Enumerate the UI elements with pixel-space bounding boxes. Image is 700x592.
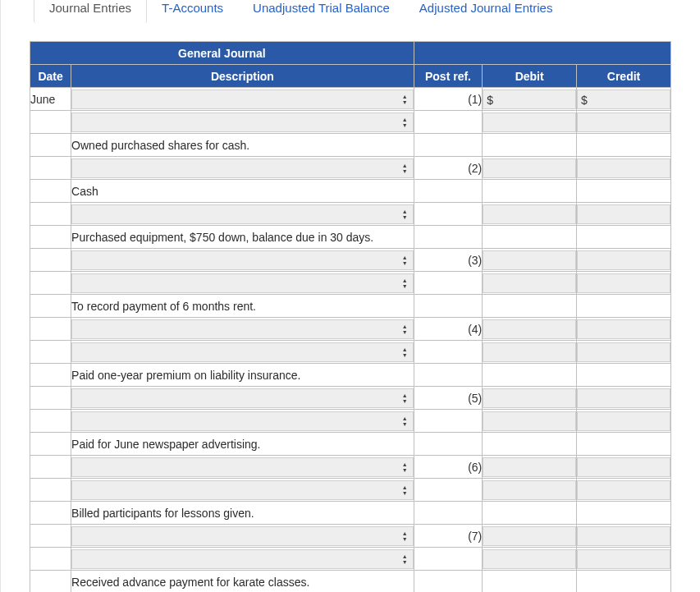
credit-cell: [577, 410, 671, 433]
debit-input[interactable]: [483, 342, 576, 362]
credit-input[interactable]: [577, 273, 670, 293]
account-select[interactable]: ▲ ▼: [71, 89, 414, 109]
account-select[interactable]: ▲ ▼: [71, 112, 414, 132]
account-select[interactable]: ▲ ▼: [71, 411, 414, 431]
tab-journal-entries[interactable]: Journal Entries: [34, 0, 147, 23]
account-select[interactable]: ▲ ▼: [71, 204, 414, 224]
description-cell: ▲ ▼: [71, 341, 414, 364]
debit-blank: [483, 365, 576, 385]
credit-blank: [577, 434, 670, 454]
debit-blank: [483, 135, 576, 155]
debit-cell: [483, 272, 577, 295]
postref-cell: [414, 502, 483, 525]
account-select[interactable]: ▲ ▼: [71, 273, 414, 293]
credit-blank: [577, 296, 670, 316]
description-cell: ▲ ▼: [71, 318, 414, 341]
credit-cell: [577, 387, 671, 410]
debit-cell: [483, 525, 577, 548]
credit-input[interactable]: [577, 250, 670, 270]
postref-cell: [414, 571, 483, 593]
debit-input[interactable]: [483, 273, 576, 293]
postref-cell: (5): [414, 387, 483, 410]
credit-cell: [577, 571, 671, 593]
credit-input[interactable]: [577, 526, 670, 546]
credit-input[interactable]: [577, 342, 670, 362]
date-cell: [30, 203, 71, 226]
table-row: June▲ ▼(1)$$: [30, 88, 671, 111]
tab-t-accounts[interactable]: T-Accounts: [147, 0, 238, 23]
col-postref: Post ref.: [414, 65, 483, 88]
account-select[interactable]: ▲ ▼: [71, 342, 414, 362]
debit-input[interactable]: [483, 526, 576, 546]
credit-input[interactable]: [577, 319, 670, 339]
account-select[interactable]: ▲ ▼: [71, 457, 414, 477]
debit-input[interactable]: [483, 457, 576, 477]
account-select[interactable]: ▲ ▼: [71, 158, 414, 178]
credit-input[interactable]: [577, 457, 670, 477]
debit-cell: [483, 502, 577, 525]
description-cell: Owned purchased shares for cash.: [71, 134, 414, 157]
postref-cell: (3): [414, 249, 483, 272]
table-row: Received advance payment for karate clas…: [30, 571, 671, 593]
debit-input[interactable]: [483, 319, 576, 339]
table-row: ▲ ▼(2): [30, 157, 671, 180]
debit-cell: [483, 433, 577, 456]
account-select[interactable]: ▲ ▼: [71, 480, 414, 500]
debit-cell: [483, 548, 577, 571]
account-select[interactable]: ▲ ▼: [71, 319, 414, 339]
debit-input[interactable]: [483, 158, 576, 178]
updown-caret-icon: ▲ ▼: [402, 117, 408, 128]
account-select[interactable]: ▲ ▼: [71, 388, 414, 408]
credit-blank: [577, 503, 670, 523]
description-cell: ▲ ▼: [71, 111, 414, 134]
debit-input[interactable]: [483, 388, 576, 408]
description-cell: ▲ ▼: [71, 525, 414, 548]
postref-cell: [414, 410, 483, 433]
debit-blank: [483, 572, 576, 592]
description-cell: Received advance payment for karate clas…: [71, 571, 414, 593]
date-cell: [30, 226, 71, 249]
date-cell: [30, 456, 71, 479]
credit-cell: [577, 272, 671, 295]
description-cell: To record payment of 6 months rent.: [71, 295, 414, 318]
updown-caret-icon: ▲ ▼: [402, 163, 408, 174]
date-cell: [30, 502, 71, 525]
updown-caret-icon: ▲ ▼: [402, 484, 408, 496]
tab-bar: Journal Entries T-Accounts Unadjusted Tr…: [1, 0, 700, 23]
table-row: Paid one-year premium on liability insur…: [30, 364, 671, 387]
table-row: ▲ ▼: [30, 272, 671, 295]
debit-cell: [483, 295, 577, 318]
journal-title-spacer: [414, 42, 670, 65]
debit-input[interactable]: [483, 411, 576, 431]
credit-input[interactable]: [577, 388, 670, 408]
credit-input[interactable]: [577, 411, 670, 431]
tab-adjusted-journal-entries[interactable]: Adjusted Journal Entries: [405, 0, 568, 23]
postref-cell: [414, 295, 483, 318]
debit-input[interactable]: [483, 480, 576, 500]
description-cell: ▲ ▼: [71, 272, 414, 295]
postref-cell: [414, 479, 483, 502]
debit-input[interactable]: [483, 112, 576, 132]
credit-input[interactable]: [577, 158, 670, 178]
credit-input[interactable]: [577, 112, 670, 132]
date-cell: [30, 180, 71, 203]
date-cell: [30, 341, 71, 364]
credit-input[interactable]: [577, 204, 670, 224]
tab-unadjusted-trial-balance[interactable]: Unadjusted Trial Balance: [238, 0, 405, 23]
account-select[interactable]: ▲ ▼: [71, 250, 414, 270]
updown-caret-icon: ▲ ▼: [402, 415, 408, 427]
credit-input[interactable]: [577, 549, 670, 569]
account-select[interactable]: ▲ ▼: [71, 526, 414, 546]
debit-input[interactable]: $: [483, 89, 576, 109]
description-cell: ▲ ▼: [71, 410, 414, 433]
debit-input[interactable]: [483, 549, 576, 569]
account-select[interactable]: ▲ ▼: [71, 549, 414, 569]
date-cell: June: [30, 88, 71, 111]
credit-input[interactable]: $: [577, 89, 670, 109]
table-row: Purchased equipment, $750 down, balance …: [30, 226, 671, 249]
debit-input[interactable]: [483, 250, 576, 270]
description-cell: ▲ ▼: [71, 456, 414, 479]
debit-input[interactable]: [483, 204, 576, 224]
credit-input[interactable]: [577, 480, 670, 500]
debit-cell: [483, 157, 577, 180]
